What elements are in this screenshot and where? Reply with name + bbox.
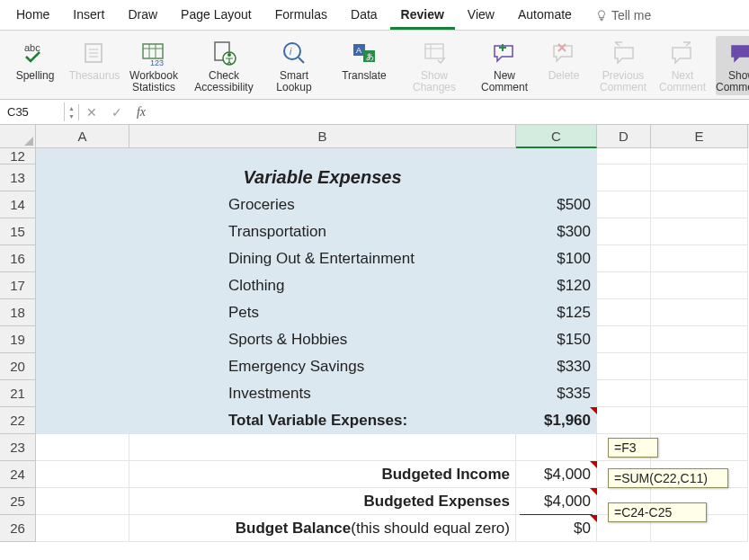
- thesaurus-button: Thesaurus: [68, 36, 120, 84]
- comment-marker[interactable]: [590, 488, 597, 495]
- row-header[interactable]: 22: [0, 407, 36, 434]
- tab-page-layout[interactable]: Page Layout: [170, 3, 263, 30]
- col-header-a[interactable]: A: [36, 125, 129, 148]
- new-comment-button[interactable]: New Comment: [478, 36, 531, 95]
- prev-comment-icon: [608, 38, 638, 68]
- row-header[interactable]: 25: [0, 488, 36, 515]
- section-title[interactable]: Variable Expenses: [129, 164, 516, 191]
- select-all-corner[interactable]: [0, 125, 36, 148]
- comment-marker[interactable]: [590, 407, 597, 414]
- tab-data[interactable]: Data: [340, 3, 388, 30]
- balance-label-bold: Budget Balance: [236, 520, 351, 538]
- spelling-button[interactable]: abc Spelling: [9, 36, 61, 84]
- ribbon-commands: abc Spelling Thesaurus 123 Workbook Stat…: [0, 31, 749, 100]
- show-comments-label: Show Comments: [716, 70, 749, 93]
- row-header[interactable]: 20: [0, 353, 36, 380]
- tab-review[interactable]: Review: [390, 3, 455, 30]
- row-header[interactable]: 17: [0, 272, 36, 299]
- tab-formulas[interactable]: Formulas: [264, 3, 338, 30]
- expense-amount[interactable]: $335: [516, 380, 597, 407]
- col-header-b[interactable]: B: [129, 125, 516, 148]
- fx-cancel-icon[interactable]: ✕: [79, 105, 104, 120]
- tab-draw[interactable]: Draw: [117, 3, 168, 30]
- delete-comment-button: Delete: [538, 36, 590, 84]
- smart-lookup-label: Smart Lookup: [276, 70, 311, 93]
- row-header[interactable]: 16: [0, 245, 36, 272]
- row-header[interactable]: 21: [0, 380, 36, 407]
- col-header-d[interactable]: D: [597, 125, 651, 148]
- expense-label[interactable]: Pets: [129, 299, 516, 326]
- fx-icon[interactable]: fx: [129, 105, 153, 120]
- expense-label[interactable]: Clothing: [129, 272, 516, 299]
- spelling-icon: abc: [20, 38, 50, 68]
- expense-amount[interactable]: $125: [516, 299, 597, 326]
- translate-label: Translate: [342, 70, 387, 82]
- show-changes-icon: [419, 38, 450, 68]
- balance-label[interactable]: Budget Balance (this should equal zero): [129, 515, 516, 542]
- tab-home[interactable]: Home: [5, 3, 60, 30]
- budget-expenses-label[interactable]: Budgeted Expenses: [129, 488, 516, 515]
- fx-enter-icon[interactable]: ✓: [104, 105, 129, 120]
- svg-text:A: A: [356, 46, 361, 55]
- column-headers: A B C D E: [36, 125, 749, 148]
- expense-label[interactable]: Groceries: [129, 191, 516, 218]
- spreadsheet-grid: A B C D E 12 13 14 15 16 17 18 19 20 21 …: [0, 125, 749, 542]
- row-header[interactable]: 13: [0, 164, 36, 191]
- prev-comment-button: Previous Comment: [597, 36, 649, 95]
- row-header[interactable]: 12: [0, 148, 36, 164]
- name-box[interactable]: C35: [0, 102, 65, 121]
- smart-lookup-button[interactable]: i Smart Lookup: [268, 36, 320, 95]
- translate-button[interactable]: Aあ Translate: [338, 36, 390, 84]
- row-header[interactable]: 23: [0, 434, 36, 461]
- show-comments-button[interactable]: Show Comments: [716, 36, 749, 95]
- expense-label[interactable]: Investments: [129, 380, 516, 407]
- delete-label: Delete: [548, 70, 580, 82]
- row-headers: 12 13 14 15 16 17 18 19 20 21 22 23 24 2…: [0, 148, 36, 542]
- show-changes-label: Show Changes: [413, 70, 456, 93]
- expense-amount[interactable]: $300: [516, 218, 597, 245]
- expense-label[interactable]: Sports & Hobbies: [129, 326, 516, 353]
- row-header[interactable]: 18: [0, 299, 36, 326]
- cells-area[interactable]: Variable Expenses Groceries$500 Transpor…: [36, 148, 748, 542]
- new-comment-icon: [489, 38, 520, 68]
- balance-amount[interactable]: $0: [516, 515, 597, 542]
- row-header[interactable]: 26: [0, 515, 36, 542]
- tab-automate[interactable]: Automate: [507, 3, 583, 30]
- total-amount[interactable]: $1,960: [516, 407, 597, 434]
- comment-marker[interactable]: [590, 461, 597, 468]
- name-box-stepper[interactable]: ▲▼: [65, 104, 79, 120]
- balance-label-plain: (this should equal zero): [351, 520, 510, 538]
- svg-line-14: [299, 58, 304, 63]
- expense-amount[interactable]: $150: [516, 326, 597, 353]
- expense-amount[interactable]: $100: [516, 245, 597, 272]
- expense-amount[interactable]: $330: [516, 353, 597, 380]
- tab-insert[interactable]: Insert: [62, 3, 115, 30]
- workbook-stats-button[interactable]: 123 Workbook Statistics: [128, 36, 180, 95]
- tab-view[interactable]: View: [457, 3, 505, 30]
- budget-income-amount[interactable]: $4,000: [516, 461, 597, 488]
- expense-label[interactable]: Dining Out & Entertainment: [129, 245, 516, 272]
- tell-me-search[interactable]: Tell me: [584, 3, 662, 30]
- check-accessibility-button[interactable]: Check Accessibility: [198, 36, 250, 95]
- budget-expenses-amount[interactable]: $4,000: [516, 488, 597, 515]
- expense-amount[interactable]: $500: [516, 191, 597, 218]
- expense-label[interactable]: Emergency Savings: [129, 353, 516, 380]
- budget-income-label[interactable]: Budgeted Income: [129, 461, 516, 488]
- col-header-c[interactable]: C: [516, 125, 597, 148]
- row-header[interactable]: 15: [0, 218, 36, 245]
- show-changes-button: Show Changes: [408, 36, 460, 95]
- expense-amount[interactable]: $120: [516, 272, 597, 299]
- formula-input[interactable]: [153, 102, 749, 121]
- new-comment-label: New Comment: [481, 70, 528, 93]
- row-header[interactable]: 14: [0, 191, 36, 218]
- expense-label[interactable]: Transportation: [129, 218, 516, 245]
- comment-marker[interactable]: [590, 515, 597, 522]
- note-tooltip: =C24-C25: [608, 502, 707, 522]
- total-label[interactable]: Total Variable Expenses:: [129, 407, 516, 434]
- svg-text:abc: abc: [24, 42, 40, 53]
- col-header-e[interactable]: E: [651, 125, 748, 148]
- svg-point-13: [284, 43, 300, 59]
- note-tooltip: =SUM(C22,C11): [608, 468, 728, 488]
- row-header[interactable]: 24: [0, 461, 36, 488]
- row-header[interactable]: 19: [0, 326, 36, 353]
